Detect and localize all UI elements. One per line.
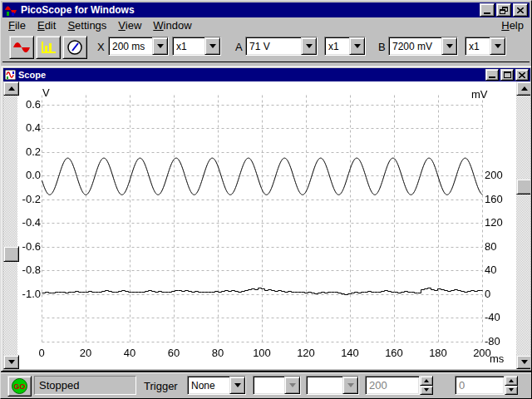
trigger-delay-field: 0 <box>455 376 505 395</box>
trigger-threshold-spinner[interactable] <box>420 376 433 395</box>
spinner-down-button[interactable] <box>420 386 433 396</box>
status-text: Stopped <box>39 379 79 392</box>
scrollbar-thumb[interactable] <box>516 179 530 195</box>
restore-icon <box>500 7 508 14</box>
channel-a-range-select[interactable]: 71 V <box>245 37 318 56</box>
timebase-select[interactable]: 200 ms <box>108 37 169 56</box>
go-button[interactable]: GO <box>7 376 32 397</box>
window-title: PicoScope for Windows <box>21 4 135 16</box>
scope-plot-area: V mV ms 0.60.40.20.0-0.2-0.4-0.6-0.8-1.0… <box>3 81 530 369</box>
go-indicator: GO <box>12 378 27 394</box>
combo-arrow-icon[interactable] <box>441 37 457 55</box>
channel-a-range-value: 71 V <box>246 41 301 52</box>
combo-arrow-icon[interactable] <box>301 37 317 55</box>
scope-title-bar[interactable]: Scope <box>3 68 530 81</box>
combo-arrow-icon <box>284 377 300 394</box>
spinner-up-icon <box>509 379 514 382</box>
channel-b-scrollbar[interactable] <box>516 81 530 369</box>
trigger-label: Trigger <box>144 380 178 392</box>
scroll-up-button[interactable] <box>516 81 530 96</box>
trigger-mode-select[interactable]: None <box>187 376 246 395</box>
x-multiplier-select[interactable]: x1 <box>172 37 221 56</box>
arrow-up-icon <box>521 86 528 91</box>
combo-arrow-icon[interactable] <box>229 377 245 394</box>
go-label: GO <box>13 382 25 391</box>
arrow-down-icon <box>8 360 15 364</box>
toolbar: X 200 ms x1 A 71 V x1 B 7200 mV x1 <box>2 33 530 62</box>
trigger-delay-spinner[interactable] <box>505 376 518 395</box>
scope-window-title: Scope <box>18 70 46 80</box>
channel-a-multiplier-value: x1 <box>325 41 349 52</box>
trigger-channel-select <box>253 376 301 395</box>
minimize-icon <box>489 76 495 78</box>
spinner-up-button[interactable] <box>420 376 433 386</box>
picoscope-main-window: PicoScope for Windows File Edit Settings… <box>0 0 532 399</box>
scroll-down-button[interactable] <box>516 355 530 369</box>
trigger-delay-value: 0 <box>459 379 465 392</box>
trigger-mode-value: None <box>188 380 229 392</box>
minimize-button[interactable] <box>480 3 495 17</box>
channel-b-multiplier-select[interactable]: x1 <box>465 37 506 56</box>
menu-view[interactable]: View <box>112 17 147 33</box>
combo-arrow-icon[interactable] <box>204 37 220 55</box>
scope-view-icon <box>12 41 31 55</box>
menu-file[interactable]: File <box>2 17 32 33</box>
channel-b-multiplier-value: x1 <box>466 41 490 52</box>
channel-a-scrollbar[interactable] <box>3 81 17 369</box>
spinner-up-button[interactable] <box>505 376 518 386</box>
arrow-up-icon <box>8 86 15 91</box>
x-multiplier-value: x1 <box>173 41 204 52</box>
scope-close-button[interactable] <box>515 69 529 81</box>
scope-maximize-button[interactable] <box>500 69 514 81</box>
channel-a-multiplier-select[interactable]: x1 <box>324 37 366 56</box>
channel-a-label: A <box>235 41 243 53</box>
combo-arrow-icon <box>342 377 358 394</box>
close-icon <box>517 7 524 13</box>
scope-icon <box>5 70 16 80</box>
close-button[interactable] <box>513 3 528 17</box>
spinner-down-icon <box>424 388 429 392</box>
channel-b-label: B <box>378 41 386 53</box>
status-panel: Stopped <box>34 376 136 395</box>
arrow-down-icon <box>521 360 528 364</box>
trigger-threshold-value: 200 <box>369 379 387 392</box>
menu-bar: File Edit Settings View Window Help <box>2 17 530 34</box>
menu-settings[interactable]: Settings <box>62 17 112 33</box>
scope-window: Scope V <box>1 66 532 372</box>
spinner-down-icon <box>509 388 514 392</box>
minimize-icon <box>484 12 490 14</box>
timebase-label: X <box>97 41 105 53</box>
scope-plot-canvas[interactable] <box>17 81 518 369</box>
spectrum-view-icon <box>39 40 57 55</box>
app-icon <box>4 4 17 16</box>
combo-arrow-icon[interactable] <box>152 37 168 55</box>
channel-b-range-value: 7200 mV <box>389 41 441 52</box>
restore-button[interactable] <box>496 3 511 17</box>
close-icon <box>519 72 525 78</box>
menu-window[interactable]: Window <box>147 17 197 33</box>
combo-arrow-icon[interactable] <box>490 37 505 55</box>
trigger-threshold-field: 200 <box>365 376 420 395</box>
title-bar[interactable]: PicoScope for Windows <box>2 2 530 17</box>
meter-view-button[interactable] <box>62 36 87 59</box>
timebase-value: 200 ms <box>109 41 152 52</box>
trigger-direction-select <box>306 376 359 395</box>
spectrum-view-button[interactable] <box>36 36 61 59</box>
scope-view-button[interactable] <box>9 36 34 59</box>
status-bar: GO Stopped Trigger None 200 0 <box>1 372 532 398</box>
meter-view-icon <box>66 40 83 56</box>
spinner-up-icon <box>424 379 429 382</box>
menu-edit[interactable]: Edit <box>32 17 62 33</box>
scope-minimize-button[interactable] <box>485 69 499 81</box>
menu-help[interactable]: Help <box>495 17 530 33</box>
maximize-icon <box>504 71 511 78</box>
channel-b-range-select[interactable]: 7200 mV <box>388 37 458 56</box>
combo-arrow-icon[interactable] <box>349 37 365 55</box>
spinner-down-button[interactable] <box>505 386 518 396</box>
